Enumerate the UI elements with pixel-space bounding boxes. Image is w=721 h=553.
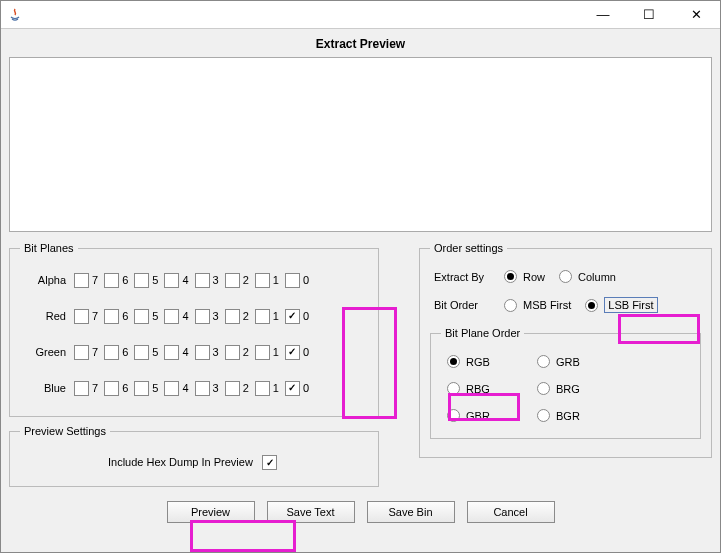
bit-number: 2 [243, 274, 249, 286]
bit-plane-order-grb-radio[interactable]: GRB [537, 355, 627, 368]
bit-checkbox-green-5[interactable]: 5 [134, 345, 158, 360]
bit-number: 1 [273, 346, 279, 358]
bit-plane-row-red: Red76543210 [20, 298, 368, 334]
checkbox-icon [285, 381, 300, 396]
bit-order-lsb-text: LSB First [604, 297, 657, 313]
extract-by-column-text: Column [578, 271, 616, 283]
radio-icon [537, 409, 550, 422]
bit-checkbox-green-0[interactable]: 0 [285, 345, 309, 360]
bit-plane-order-label: RBG [466, 383, 490, 395]
checkbox-icon [104, 381, 119, 396]
bit-plane-order-label: BGR [556, 410, 580, 422]
extract-by-row-radio[interactable]: Row [504, 270, 545, 283]
content-area: Extract Preview Bit Planes Alpha76543210… [1, 29, 720, 552]
bit-number: 7 [92, 274, 98, 286]
bit-checkbox-green-4[interactable]: 4 [164, 345, 188, 360]
cancel-button[interactable]: Cancel [467, 501, 555, 523]
radio-icon [537, 382, 550, 395]
bit-planes-fieldset: Bit Planes Alpha76543210Red76543210Green… [9, 242, 379, 417]
bit-plane-row-blue: Blue76543210 [20, 370, 368, 406]
bit-plane-order-brg-radio[interactable]: BRG [537, 382, 627, 395]
bit-checkbox-blue-5[interactable]: 5 [134, 381, 158, 396]
close-button[interactable]: ✕ [672, 1, 720, 29]
bit-checkbox-green-3[interactable]: 3 [195, 345, 219, 360]
bit-order-lsb-radio[interactable]: LSB First [585, 297, 657, 313]
channel-label: Blue [20, 382, 74, 394]
radio-icon [447, 382, 460, 395]
bit-number: 7 [92, 310, 98, 322]
bit-checkbox-green-6[interactable]: 6 [104, 345, 128, 360]
extract-by-column-radio[interactable]: Column [559, 270, 616, 283]
bit-checkbox-red-7[interactable]: 7 [74, 309, 98, 324]
checkbox-icon [134, 381, 149, 396]
bit-checkbox-red-5[interactable]: 5 [134, 309, 158, 324]
hex-dump-label: Include Hex Dump In Preview [108, 456, 253, 468]
bit-checkbox-blue-2[interactable]: 2 [225, 381, 249, 396]
bit-checkbox-red-4[interactable]: 4 [164, 309, 188, 324]
bit-number: 4 [182, 274, 188, 286]
bit-checkbox-blue-7[interactable]: 7 [74, 381, 98, 396]
bit-checkbox-red-0[interactable]: 0 [285, 309, 309, 324]
bit-number: 7 [92, 346, 98, 358]
minimize-button[interactable]: — [580, 1, 626, 29]
bit-number: 1 [273, 382, 279, 394]
checkbox-icon [195, 309, 210, 324]
bit-checkbox-blue-6[interactable]: 6 [104, 381, 128, 396]
bit-checkbox-red-6[interactable]: 6 [104, 309, 128, 324]
bit-checkbox-alpha-7[interactable]: 7 [74, 273, 98, 288]
radio-icon [447, 355, 460, 368]
checkbox-icon [104, 309, 119, 324]
maximize-button[interactable]: ☐ [626, 1, 672, 29]
bit-plane-order-rgb-radio[interactable]: RGB [447, 355, 537, 368]
bit-checkbox-blue-3[interactable]: 3 [195, 381, 219, 396]
checkbox-icon [225, 309, 240, 324]
hex-dump-checkbox[interactable] [262, 455, 277, 470]
bit-plane-row-alpha: Alpha76543210 [20, 262, 368, 298]
bit-checkbox-blue-0[interactable]: 0 [285, 381, 309, 396]
page-title: Extract Preview [9, 33, 712, 57]
save-bin-button[interactable]: Save Bin [367, 501, 455, 523]
bit-plane-row-green: Green76543210 [20, 334, 368, 370]
save-text-button[interactable]: Save Text [267, 501, 355, 523]
bit-number: 2 [243, 346, 249, 358]
dialog-window: — ☐ ✕ Extract Preview Bit Planes Alpha76… [0, 0, 721, 553]
bit-checkbox-alpha-1[interactable]: 1 [255, 273, 279, 288]
checkbox-icon [255, 309, 270, 324]
bit-checkbox-green-1[interactable]: 1 [255, 345, 279, 360]
bit-number: 0 [303, 310, 309, 322]
bit-plane-order-rbg-radio[interactable]: RBG [447, 382, 537, 395]
bit-checkbox-red-1[interactable]: 1 [255, 309, 279, 324]
bit-checkbox-alpha-5[interactable]: 5 [134, 273, 158, 288]
preview-button[interactable]: Preview [167, 501, 255, 523]
radio-icon [447, 409, 460, 422]
bit-plane-order-fieldset: Bit Plane Order RGBGRBRBGBRGGBRBGR [430, 327, 701, 439]
extract-by-row-text: Row [523, 271, 545, 283]
bit-checkbox-alpha-3[interactable]: 3 [195, 273, 219, 288]
checkbox-icon [134, 309, 149, 324]
bit-checkbox-blue-4[interactable]: 4 [164, 381, 188, 396]
checkbox-icon [164, 273, 179, 288]
bit-plane-order-gbr-radio[interactable]: GBR [447, 409, 537, 422]
checkbox-icon [255, 381, 270, 396]
bit-number: 6 [122, 310, 128, 322]
checkbox-icon [255, 345, 270, 360]
bit-number: 0 [303, 382, 309, 394]
order-settings-fieldset: Order settings Extract By Row Column [419, 242, 712, 458]
bit-number: 1 [273, 310, 279, 322]
bit-checkbox-alpha-0[interactable]: 0 [285, 273, 309, 288]
bit-checkbox-red-2[interactable]: 2 [225, 309, 249, 324]
bit-checkbox-alpha-4[interactable]: 4 [164, 273, 188, 288]
checkbox-icon [195, 273, 210, 288]
bit-number: 4 [182, 310, 188, 322]
bit-plane-order-bgr-radio[interactable]: BGR [537, 409, 627, 422]
bit-number: 7 [92, 382, 98, 394]
bit-checkbox-blue-1[interactable]: 1 [255, 381, 279, 396]
bit-checkbox-green-7[interactable]: 7 [74, 345, 98, 360]
bit-checkbox-alpha-6[interactable]: 6 [104, 273, 128, 288]
order-settings-legend: Order settings [430, 242, 507, 254]
bit-checkbox-green-2[interactable]: 2 [225, 345, 249, 360]
bit-number: 3 [213, 346, 219, 358]
bit-checkbox-red-3[interactable]: 3 [195, 309, 219, 324]
bit-checkbox-alpha-2[interactable]: 2 [225, 273, 249, 288]
bit-order-msb-radio[interactable]: MSB First [504, 299, 571, 312]
